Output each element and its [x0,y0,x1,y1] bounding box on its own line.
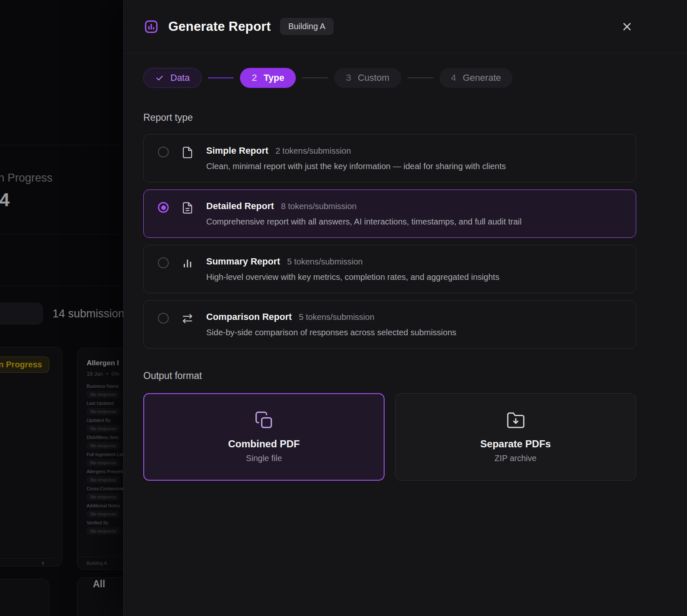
report-icon [143,19,159,35]
format-option-separate-pdfs[interactable]: Separate PDFs ZIP archive [395,393,636,481]
step-data[interactable]: Data [143,68,202,88]
step-custom[interactable]: 3 Custom [334,68,401,88]
step-connector [208,77,234,78]
format-subtitle: ZIP archive [495,454,537,463]
option-description: High-level overview with key metrics, co… [206,272,500,283]
option-description: Comprehensive report with all answers, A… [206,216,522,227]
report-option-comparison[interactable]: Comparison Report 5 tokens/submission Si… [143,300,636,349]
output-format-heading: Output format [143,370,636,382]
app-screen: In Progress 14 14 submissions In Progres… [0,0,687,616]
option-title: Summary Report [206,256,280,267]
context-badge: Building A [280,18,334,35]
check-icon [155,74,164,82]
radio-unchecked-icon[interactable] [158,147,169,157]
step-connector [302,77,328,78]
option-description: Side-by-side comparison of responses acr… [206,327,456,338]
step-generate[interactable]: 4 Generate [440,68,513,88]
format-title: Combined PDF [228,438,300,450]
report-type-heading: Report type [143,112,636,123]
close-icon [621,20,633,33]
step-type[interactable]: 2 Type [240,68,296,88]
radio-unchecked-icon[interactable] [158,257,169,268]
option-tokens: 5 tokens/submission [287,257,362,267]
format-title: Separate PDFs [480,438,551,450]
step-number: 2 [252,72,257,83]
step-connector [407,77,433,78]
option-text: Simple Report 2 tokens/submission Clean,… [206,145,506,172]
file-text-icon [181,202,194,214]
bar-chart-icon [181,257,194,269]
report-option-summary[interactable]: Summary Report 5 tokens/submission High-… [143,245,636,293]
option-title: Comparison Report [206,312,292,322]
option-tokens: 8 tokens/submission [281,202,357,211]
step-label: Type [264,72,285,83]
modal-body: Data 2 Type 3 Custom 4 Generate [124,53,687,497]
option-tokens: 5 tokens/submission [299,312,374,322]
stepper: Data 2 Type 3 Custom 4 Generate [143,68,636,88]
report-option-detailed[interactable]: Detailed Report 8 tokens/submission Comp… [143,190,636,238]
option-text: Detailed Report 8 tokens/submission Comp… [206,201,522,227]
file-icon [181,146,194,159]
output-format-options: Combined PDF Single file Separate PDFs Z… [143,393,636,481]
option-description: Clean, minimal report with just the key … [206,161,506,172]
modal-header: Generate Report Building A [124,0,687,53]
option-title: Simple Report [206,145,268,156]
step-label: Generate [463,72,501,83]
modal-title: Generate Report [168,19,271,34]
report-type-options: Simple Report 2 tokens/submission Clean,… [143,134,636,349]
option-title: Detailed Report [206,201,274,212]
step-number: 4 [451,72,456,83]
option-text: Summary Report 5 tokens/submission High-… [206,256,500,283]
step-label: Data [170,72,190,83]
step-label: Custom [358,72,390,83]
radio-checked-icon[interactable] [158,202,169,213]
folder-download-icon [506,411,525,430]
close-button[interactable] [618,17,636,36]
pages-icon [255,411,274,430]
report-option-simple[interactable]: Simple Report 2 tokens/submission Clean,… [143,134,636,182]
option-tokens: 2 tokens/submission [275,146,351,156]
format-option-combined-pdf[interactable]: Combined PDF Single file [143,393,385,481]
step-number: 3 [346,72,351,83]
radio-unchecked-icon[interactable] [158,313,169,324]
compare-arrows-icon [181,312,194,325]
option-text: Comparison Report 5 tokens/submission Si… [206,312,456,338]
format-subtitle: Single file [246,454,282,463]
generate-report-modal: Generate Report Building A [123,0,687,616]
